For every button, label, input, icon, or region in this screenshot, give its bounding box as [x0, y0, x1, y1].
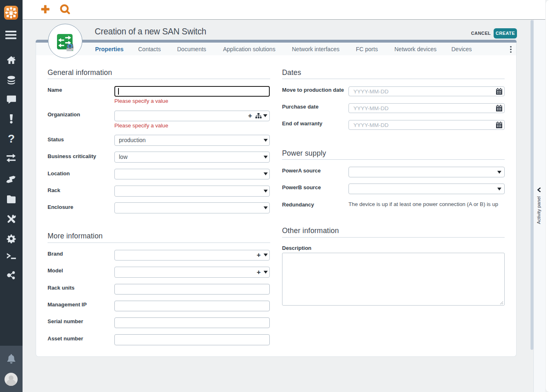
svg-text:?: ?: [8, 134, 15, 143]
